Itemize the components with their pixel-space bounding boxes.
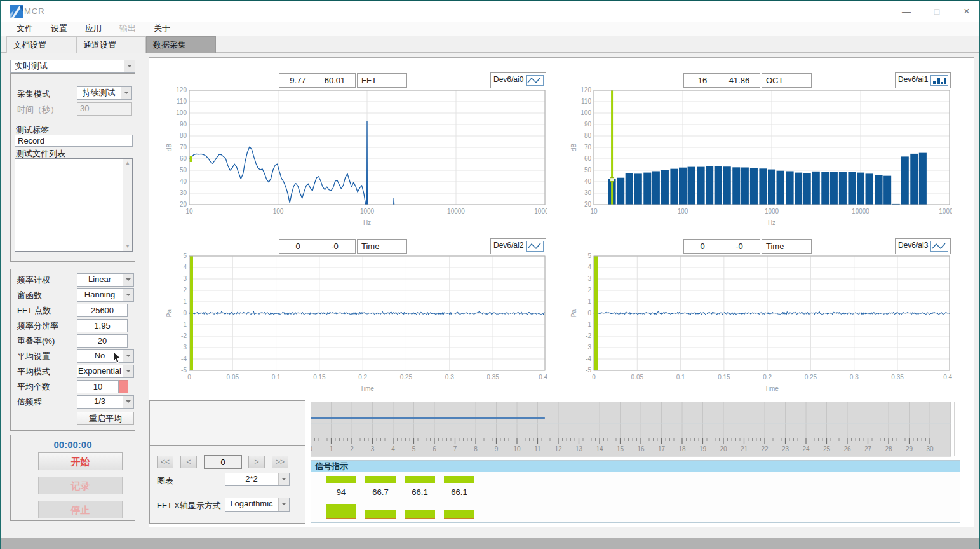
signal-top-bar-2 <box>405 476 435 483</box>
pager-next-button[interactable]: > <box>248 456 265 468</box>
restart-average-button[interactable]: 重启平均 <box>77 412 134 425</box>
time-input[interactable]: 30 <box>77 102 132 116</box>
svg-text:10000: 10000 <box>852 208 869 215</box>
svg-text:0.2: 0.2 <box>763 374 772 381</box>
menu-item-2[interactable]: 应用 <box>76 22 111 36</box>
field-label-7: 平均个数 <box>17 381 50 393</box>
field-label-1: 窗函数 <box>17 290 42 301</box>
svg-text:10: 10 <box>185 208 193 215</box>
svg-text:80: 80 <box>584 132 592 139</box>
stop-button[interactable]: 停止 <box>38 501 123 518</box>
svg-text:40: 40 <box>180 178 187 185</box>
svg-text:30: 30 <box>180 189 187 196</box>
svg-text:0.3: 0.3 <box>850 374 859 381</box>
close-button[interactable]: × <box>957 4 976 19</box>
record-timeline[interactable]: 0123456789101112131415161718192021222324… <box>311 402 961 458</box>
svg-text:30: 30 <box>584 189 592 196</box>
signal-level-value-2: 66.1 <box>405 487 435 497</box>
field-input-4[interactable]: 20 <box>77 334 128 348</box>
svg-text:5: 5 <box>412 445 416 452</box>
start-button[interactable]: 开始 <box>38 452 123 470</box>
chevron-down-icon <box>121 87 131 99</box>
svg-text:8: 8 <box>474 445 478 452</box>
field-label-8: 倍频程 <box>17 396 42 408</box>
app-logo-icon <box>10 5 23 18</box>
test-label-input[interactable]: Record <box>15 135 133 147</box>
oct-plot[interactable]: 2030405060708090100110120101001000100001… <box>570 84 952 231</box>
field-input-2[interactable]: 25600 <box>77 304 128 317</box>
pager-last-button[interactable]: >> <box>272 456 288 468</box>
scrollbar[interactable]: ▲ ▼ <box>123 159 132 251</box>
pager-first-button[interactable]: << <box>157 456 173 468</box>
menu-item-4[interactable]: 关于 <box>145 22 179 36</box>
field-input-7[interactable]: 10 <box>77 380 119 393</box>
scroll-down-icon[interactable]: ▼ <box>124 243 131 250</box>
test-mode-value: 实时测试 <box>11 60 123 72</box>
field-select-0[interactable]: Linear <box>77 273 134 287</box>
fft-plot[interactable]: 2030405060708090100110120101001000100001… <box>165 84 547 231</box>
window-title: MCR <box>24 6 45 16</box>
svg-text:40: 40 <box>584 178 592 185</box>
svg-text:16: 16 <box>637 445 645 452</box>
time-plot-ai2[interactable]: -5-4-3-2-101234500.050.10.150.20.250.30.… <box>165 250 547 397</box>
field-select-1[interactable]: Hanning <box>77 288 134 302</box>
maximize-button[interactable]: □ <box>927 4 946 19</box>
chevron-down-icon <box>123 289 133 301</box>
record-button[interactable]: 记录 <box>38 477 123 494</box>
tab-0[interactable]: 文档设置 <box>6 36 76 53</box>
svg-text:3: 3 <box>183 275 187 282</box>
pager-index-box[interactable]: 0 <box>204 455 242 469</box>
svg-text:-4: -4 <box>586 355 591 362</box>
pager-prev-button[interactable]: < <box>180 456 197 468</box>
svg-text:90: 90 <box>584 121 592 128</box>
svg-text:1: 1 <box>587 298 591 305</box>
tab-1[interactable]: 通道设置 <box>76 36 146 53</box>
scroll-up-icon[interactable]: ▲ <box>124 160 131 166</box>
minimize-button[interactable]: — <box>897 4 916 19</box>
signal-top-bar-1 <box>365 476 396 483</box>
svg-text:-2: -2 <box>181 332 187 339</box>
time-label: 时间（秒） <box>17 104 58 116</box>
svg-text:29: 29 <box>906 445 913 452</box>
svg-text:0: 0 <box>592 374 596 381</box>
fft-xaxis-select[interactable]: Logarithmic <box>225 498 290 512</box>
tab-2[interactable]: 数据采集 <box>146 36 216 53</box>
chevron-down-icon <box>123 396 133 408</box>
field-select-5[interactable]: No <box>77 349 134 363</box>
svg-text:100: 100 <box>273 208 284 215</box>
field-label-6: 平均模式 <box>17 366 50 377</box>
svg-text:30: 30 <box>926 445 934 452</box>
acq-mode-select[interactable]: 持续测试 <box>77 86 132 100</box>
signal-indicator-panel: 信号指示 9466.766.166.1 <box>311 460 960 523</box>
svg-text:25: 25 <box>823 445 831 452</box>
field-select-6[interactable]: Exponential <box>77 365 134 378</box>
svg-text:17: 17 <box>658 445 666 452</box>
svg-text:19: 19 <box>699 445 707 452</box>
test-mode-select[interactable]: 实时测试 <box>10 60 135 73</box>
time-plot-ai3[interactable]: -5-4-3-2-101234500.050.10.150.20.250.30.… <box>570 250 952 397</box>
menu-item-1[interactable]: 设置 <box>42 22 76 36</box>
svg-text:0.2: 0.2 <box>358 374 367 381</box>
svg-text:0.15: 0.15 <box>718 374 730 381</box>
svg-text:3: 3 <box>371 445 375 452</box>
svg-text:1: 1 <box>330 445 333 452</box>
svg-text:-5: -5 <box>181 367 187 374</box>
field-input-3[interactable]: 1.95 <box>77 319 128 332</box>
field-select-8[interactable]: 1/3 <box>77 395 134 409</box>
svg-text:23: 23 <box>782 445 789 452</box>
acquisition-group: 采集模式 持续测试 时间（秒） 30 测试标签 Record 测试文件列表 ▲ … <box>10 73 135 262</box>
svg-text:Pa: Pa <box>570 309 577 317</box>
chart-layout-select[interactable]: 2*2 <box>225 473 290 486</box>
signal-bottom-bar-0 <box>326 504 356 519</box>
svg-text:28: 28 <box>885 445 892 452</box>
svg-text:20: 20 <box>180 201 187 208</box>
test-file-list[interactable]: ▲ ▼ <box>15 158 133 252</box>
svg-text:-3: -3 <box>586 344 591 351</box>
svg-text:70: 70 <box>584 144 592 151</box>
svg-text:0.35: 0.35 <box>487 374 499 381</box>
menu-item-0[interactable]: 文件 <box>8 22 42 36</box>
svg-text:110: 110 <box>177 98 187 105</box>
svg-text:15: 15 <box>617 445 624 452</box>
field-label-5: 平均设置 <box>17 351 50 362</box>
svg-text:110: 110 <box>581 98 591 105</box>
